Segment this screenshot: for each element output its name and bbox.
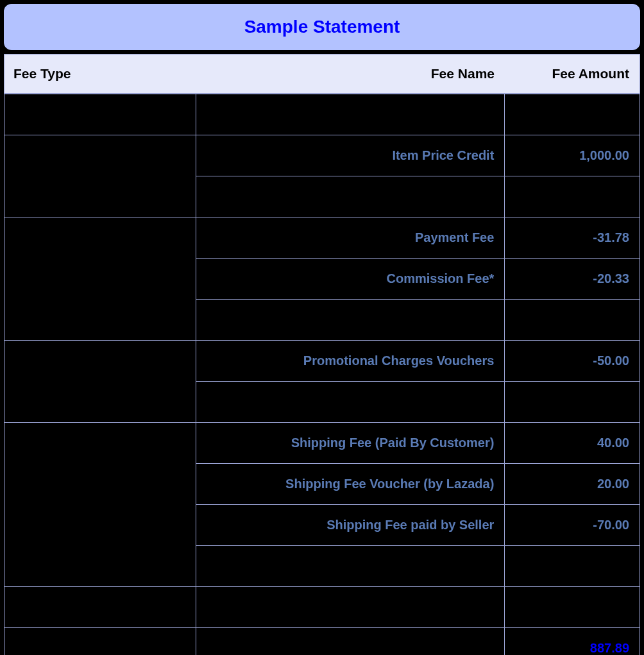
cell-fee-amount: -70.00 <box>505 505 640 546</box>
cell-fee-amount <box>505 587 640 628</box>
statement-table: Item Price Credit1,000.00 Payment Fee-31… <box>4 94 640 655</box>
table-row: Item Price Credit1,000.00 <box>4 135 640 176</box>
cell-fee-name <box>196 176 504 217</box>
cell-fee-amount: 40.00 <box>505 423 640 464</box>
cell-fee-amount <box>505 300 640 341</box>
table-header: Fee Type Fee Name Fee Amount <box>4 54 640 94</box>
cell-fee-name: Commission Fee* <box>196 259 504 300</box>
cell-fee-type <box>4 135 196 217</box>
cell-fee-amount: -20.33 <box>505 259 640 300</box>
cell-total-amount: 887.89 <box>505 628 640 656</box>
col-header-fee-name: Fee Name <box>196 55 504 93</box>
cell-fee-amount: -50.00 <box>505 341 640 382</box>
cell-fee-amount: -31.78 <box>505 217 640 259</box>
cell-fee-amount <box>505 94 640 135</box>
table-row: 887.89 <box>4 628 640 656</box>
page-title: Sample Statement <box>4 4 640 50</box>
cell-fee-type <box>4 628 196 656</box>
cell-fee-name <box>196 94 504 135</box>
cell-fee-name: Item Price Credit <box>196 135 504 176</box>
cell-fee-name: Shipping Fee paid by Seller <box>196 505 504 546</box>
cell-fee-amount <box>505 546 640 587</box>
statement-container: Sample Statement Fee Type Fee Name Fee A… <box>0 4 644 655</box>
table-row <box>4 587 640 628</box>
cell-fee-amount: 20.00 <box>505 464 640 505</box>
cell-fee-type <box>4 217 196 341</box>
table-row: Payment Fee-31.78 <box>4 217 640 259</box>
col-header-fee-amount: Fee Amount <box>504 55 638 93</box>
cell-fee-name <box>196 546 504 587</box>
cell-fee-amount: 1,000.00 <box>505 135 640 176</box>
cell-fee-type <box>4 94 196 135</box>
cell-fee-name: Payment Fee <box>196 217 504 259</box>
cell-fee-amount <box>505 382 640 423</box>
table-row <box>4 94 640 135</box>
cell-fee-name <box>196 382 504 423</box>
table-row: Promotional Charges Vouchers-50.00 <box>4 341 640 382</box>
cell-fee-type <box>4 587 196 628</box>
cell-fee-name <box>196 628 504 656</box>
col-header-fee-type: Fee Type <box>4 55 196 93</box>
cell-fee-name <box>196 300 504 341</box>
table-row: Shipping Fee (Paid By Customer)40.00 <box>4 423 640 464</box>
cell-fee-type <box>4 341 196 423</box>
cell-fee-name: Shipping Fee (Paid By Customer) <box>196 423 504 464</box>
cell-fee-name: Promotional Charges Vouchers <box>196 341 504 382</box>
cell-fee-name <box>196 587 504 628</box>
cell-fee-type <box>4 423 196 587</box>
cell-fee-name: Shipping Fee Voucher (by Lazada) <box>196 464 504 505</box>
cell-fee-amount <box>505 176 640 217</box>
